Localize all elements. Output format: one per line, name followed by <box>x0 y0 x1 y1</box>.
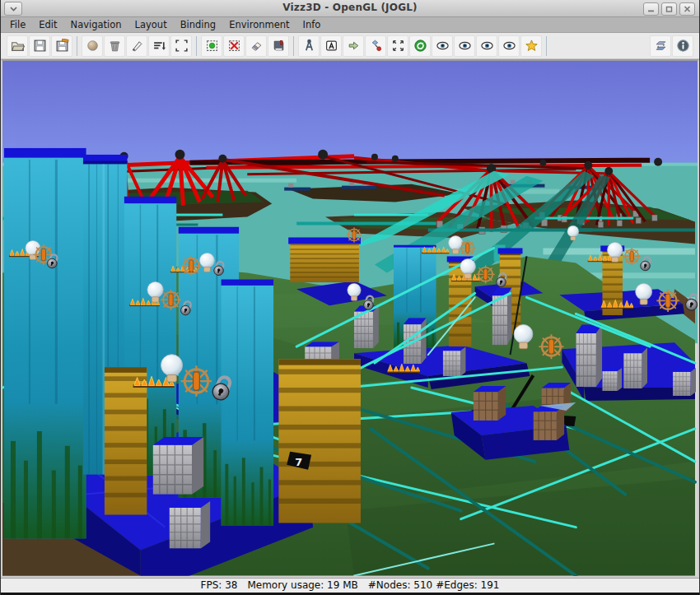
status-nodes: #Nodes: 510 <box>368 579 432 591</box>
measure-compass-icon <box>302 39 316 53</box>
sort-layers-button[interactable] <box>148 35 170 57</box>
delete-trash-button[interactable] <box>104 35 125 57</box>
close-button[interactable] <box>679 2 695 16</box>
menu-environment[interactable]: Environment <box>222 18 296 31</box>
toolbar-group-3 <box>198 35 292 57</box>
swap-buffers-icon <box>654 39 668 53</box>
select-region-icon <box>391 39 405 53</box>
favorites-icon <box>525 39 539 53</box>
save-file-button[interactable] <box>29 35 50 57</box>
bindings-book-button[interactable] <box>268 35 289 57</box>
title-bar: Vizz3D - OpenGL (JOGL) <box>1 0 699 17</box>
toggle-view-4-button[interactable] <box>498 35 520 57</box>
select-region-button[interactable] <box>387 35 408 57</box>
delete-trash-icon <box>108 39 122 53</box>
status-fps: FPS: 38 <box>201 579 238 591</box>
save-file-as-button[interactable] <box>51 35 72 57</box>
status-memory: Memory usage: 19 MB <box>247 579 357 591</box>
toggle-view-4-icon <box>502 39 516 53</box>
bind-metric-button[interactable] <box>365 35 386 57</box>
menu-binding[interactable]: Binding <box>174 18 222 31</box>
toggle-view-3-icon <box>480 39 494 53</box>
open-file-icon <box>11 39 25 53</box>
eraser-button[interactable] <box>245 35 267 57</box>
sphere-node-icon <box>86 39 100 53</box>
toolbar-separator <box>77 36 77 56</box>
go-forward-button[interactable] <box>343 35 364 57</box>
scene-3d-view[interactable]: 7 <box>2 61 698 576</box>
svg-text:7: 7 <box>295 456 302 468</box>
window-controls <box>643 2 695 16</box>
status-bar: FPS: 38 Memory usage: 19 MB #Nodes: 510 … <box>1 578 699 593</box>
sphere-node-button[interactable] <box>82 35 103 57</box>
swap-buffers-button[interactable] <box>650 35 671 57</box>
window-title: Vizz3D - OpenGL (JOGL) <box>1 2 699 13</box>
save-file-icon <box>33 39 47 53</box>
measure-compass-button[interactable] <box>298 35 320 57</box>
menu-info[interactable]: Info <box>296 18 328 31</box>
menu-file[interactable]: File <box>3 18 32 31</box>
menu-navigation[interactable]: Navigation <box>64 18 128 31</box>
bindings-book-icon <box>272 39 286 53</box>
select-remove-node-button[interactable] <box>223 35 245 57</box>
eraser-icon <box>250 39 264 53</box>
menu-layout[interactable]: Layout <box>128 18 174 31</box>
select-add-node-button[interactable] <box>201 35 222 57</box>
show-labels-icon <box>324 39 338 53</box>
fit-to-screen-button[interactable] <box>170 35 192 57</box>
toggle-view-1-button[interactable] <box>432 35 453 57</box>
close-icon <box>684 6 691 12</box>
save-file-as-icon <box>55 39 69 53</box>
go-forward-icon <box>347 39 361 53</box>
minimize-icon <box>647 6 655 12</box>
toggle-view-1-icon <box>436 39 450 53</box>
sky <box>2 61 698 170</box>
about-info-icon <box>676 39 690 53</box>
reset-view-icon <box>413 39 427 53</box>
vizz3d-window: Vizz3D - OpenGL (JOGL) FileEditNavigatio… <box>0 0 700 595</box>
bind-metric-icon <box>369 39 383 53</box>
window-bottom-edge <box>1 593 699 595</box>
toggle-view-2-icon <box>458 39 472 53</box>
paint-edit-button[interactable] <box>126 35 147 57</box>
toolbar-group-2 <box>79 35 194 57</box>
toolbar-separator <box>546 36 547 56</box>
maximize-button[interactable] <box>661 2 677 16</box>
toolbar-group-right <box>647 35 696 57</box>
opengl-viewport[interactable]: 7 <box>1 59 699 578</box>
paint-edit-icon <box>130 39 144 53</box>
minimize-button[interactable] <box>643 2 659 16</box>
toggle-view-3-button[interactable] <box>476 35 497 57</box>
menu-edit[interactable]: Edit <box>32 18 63 31</box>
select-add-node-icon <box>205 39 219 53</box>
toolbar-separator <box>293 36 294 56</box>
toolbar-separator <box>196 36 197 56</box>
toolbar-group-4 <box>296 35 544 57</box>
select-remove-node-icon <box>227 39 241 53</box>
sort-layers-icon <box>152 39 166 53</box>
toolbar-group-1 <box>4 35 75 57</box>
show-labels-button[interactable] <box>320 35 342 57</box>
reset-view-button[interactable] <box>409 35 431 57</box>
open-file-button[interactable] <box>7 35 28 57</box>
fit-to-screen-icon <box>175 39 189 53</box>
toolbar <box>1 33 699 59</box>
about-info-button[interactable] <box>672 35 693 57</box>
maximize-icon <box>665 6 673 12</box>
toggle-view-2-button[interactable] <box>454 35 475 57</box>
favorites-button[interactable] <box>520 35 542 57</box>
status-edges: #Edges: 191 <box>436 579 499 591</box>
menu-bar: FileEditNavigationLayoutBindingEnvironme… <box>1 17 699 33</box>
